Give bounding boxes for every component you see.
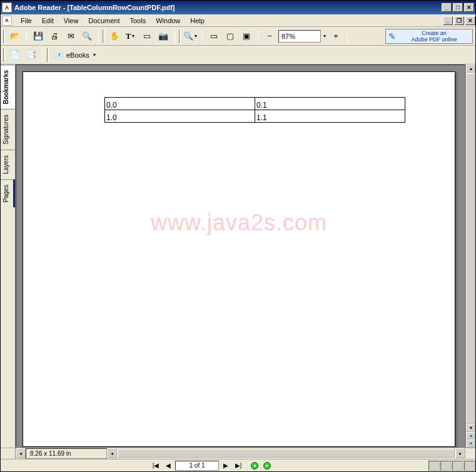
next-page-button[interactable]: ▶ xyxy=(220,461,231,471)
next-page-arrow[interactable]: ▾ xyxy=(466,439,475,448)
select-icon: ▭ xyxy=(143,31,151,41)
hscroll-left-button[interactable]: ◂ xyxy=(16,448,26,458)
scroll-up-button[interactable]: ▴ xyxy=(466,64,475,73)
tab-signatures[interactable]: Signatures xyxy=(1,109,15,150)
doc-close-button[interactable]: ✕ xyxy=(465,16,475,25)
menu-document[interactable]: Document xyxy=(83,16,124,26)
maximize-button[interactable]: □ xyxy=(453,3,463,12)
zoom-in-plus-button[interactable]: + xyxy=(328,29,343,44)
scroll-track[interactable] xyxy=(466,73,475,424)
doc-minimize-button[interactable]: _ xyxy=(443,16,453,25)
cell-0-1: 0.1 xyxy=(255,98,405,110)
menu-bar: A File Edit View Document Tools Window H… xyxy=(1,14,475,27)
prev-page-button[interactable]: ◀ xyxy=(163,461,174,471)
grip[interactable] xyxy=(3,29,5,43)
grip[interactable] xyxy=(47,48,49,62)
last-icon: ▶| xyxy=(235,462,242,469)
page-number-input[interactable] xyxy=(175,461,219,471)
prev-view-button[interactable]: ◂ xyxy=(249,461,260,471)
tab-bookmarks[interactable]: Bookmarks xyxy=(1,64,15,109)
next-view-button[interactable]: ▸ xyxy=(261,461,273,471)
doc-restore-button[interactable]: ❐ xyxy=(454,16,464,25)
tab-layers[interactable]: Layers xyxy=(1,150,15,179)
zoom-dropdown[interactable]: ▾ xyxy=(322,33,327,39)
page-dimensions: 8.26 x 11.69 in xyxy=(26,448,107,459)
scroll-thumb[interactable] xyxy=(466,73,475,424)
grip[interactable] xyxy=(3,48,5,62)
hscroll-right-button[interactable]: ▸ xyxy=(455,448,465,458)
grip[interactable] xyxy=(103,29,104,43)
cell-1-0: 1.0 xyxy=(105,110,255,123)
title-bar: A Adobe Reader - [TableColumnRowCountPDF… xyxy=(1,1,475,14)
hscroll-track[interactable] xyxy=(118,449,455,458)
menu-help[interactable]: Help xyxy=(185,16,210,26)
page2-icon: 📑 xyxy=(26,50,36,59)
fit-page-button[interactable]: ▭ xyxy=(206,29,221,44)
menu-window[interactable]: Window xyxy=(151,16,185,26)
minimize-button[interactable]: _ xyxy=(442,3,452,12)
binoculars-icon: 🔍 xyxy=(82,31,92,41)
continuous-view-button[interactable] xyxy=(440,461,452,471)
create-pdf-line2: Adobe PDF online xyxy=(398,36,470,43)
first-page-button[interactable]: |◀ xyxy=(150,461,161,471)
watermark: www.java2s.com xyxy=(151,210,327,236)
actual-size-button[interactable]: ▢ xyxy=(223,29,238,44)
email-button[interactable]: ✉ xyxy=(63,29,78,44)
main-area: Bookmarks Signatures Layers Pages 0.0 0.… xyxy=(1,64,475,448)
first-icon: |◀ xyxy=(153,462,160,469)
grip[interactable] xyxy=(179,29,181,43)
single-page-view-button[interactable] xyxy=(428,461,440,471)
select-tool-button[interactable]: ▭ xyxy=(139,29,154,44)
app-name: Adobe Reader xyxy=(14,4,61,11)
facing-view-button[interactable] xyxy=(452,461,463,471)
menu-tools[interactable]: Tools xyxy=(125,16,151,26)
hscroll-thumb[interactable] xyxy=(118,449,455,458)
ebooks-label: eBooks xyxy=(66,51,89,59)
tab-pages[interactable]: Pages xyxy=(1,179,15,207)
close-button[interactable]: ✕ xyxy=(464,3,474,12)
how-to-button[interactable]: 📄 xyxy=(8,48,23,63)
window-title: Adobe Reader - [TableColumnRowCountPDF.p… xyxy=(14,4,440,11)
zoom-input[interactable]: 87% xyxy=(278,30,321,43)
page-icon: 📄 xyxy=(10,50,20,59)
continuous-facing-view-button[interactable] xyxy=(464,461,475,471)
zoom-in-button[interactable]: 🔍▾ xyxy=(183,29,198,44)
back-icon: ◂ xyxy=(251,462,258,469)
menu-file[interactable]: File xyxy=(16,16,37,26)
create-pdf-online-button[interactable]: ✎ Create an Adobe PDF online xyxy=(385,29,473,44)
hand-tool-button[interactable]: ✋ xyxy=(107,29,122,44)
ebooks-button[interactable]: 📧 eBooks ▾ xyxy=(51,48,101,63)
print-button[interactable]: 🖨 xyxy=(47,29,62,44)
hscroll-left2-button[interactable]: ◂ xyxy=(107,448,117,458)
chevron-down-icon: ▾ xyxy=(131,33,136,39)
fit-width-button[interactable]: ▣ xyxy=(239,29,254,44)
save-button[interactable]: 💾 xyxy=(31,29,46,44)
minus-icon: − xyxy=(267,31,272,41)
plus-icon: + xyxy=(333,31,338,41)
cell-0-0: 0.0 xyxy=(105,98,255,110)
search-button[interactable]: 🔍 xyxy=(79,29,94,44)
toolbar-secondary: 📄 📑 📧 eBooks ▾ xyxy=(1,46,475,64)
pdf-page: 0.0 0.1 1.0 1.1 www.java2s.com xyxy=(23,71,455,447)
app-icon: A xyxy=(2,3,12,13)
doc-icon[interactable]: A xyxy=(2,16,12,26)
snapshot-tool-button[interactable]: 📷 xyxy=(156,29,171,44)
zoom-out-button[interactable]: − xyxy=(262,29,277,44)
doc-name: [TableColumnRowCountPDF.pdf] xyxy=(67,4,175,11)
menu-edit[interactable]: Edit xyxy=(37,16,59,26)
ebooks-icon: 📧 xyxy=(55,51,64,59)
content-table: 0.0 0.1 1.0 1.1 xyxy=(104,97,405,123)
open-button[interactable]: 📂 xyxy=(8,29,23,44)
mail-icon: ✉ xyxy=(68,31,74,41)
doc-scroll-area[interactable]: 0.0 0.1 1.0 1.1 www.java2s.com xyxy=(16,64,465,448)
nav-pane: Bookmarks Signatures Layers Pages xyxy=(1,64,16,448)
review-button[interactable]: 📑 xyxy=(24,48,39,63)
scroll-down-button[interactable]: ▾ xyxy=(466,424,475,432)
doc-viewport: 0.0 0.1 1.0 1.1 www.java2s.com ▴ ▾ ▴ ▾ xyxy=(16,64,475,448)
next-icon: ▶ xyxy=(223,462,228,469)
menu-view[interactable]: View xyxy=(59,16,84,26)
prev-page-arrow[interactable]: ▴ xyxy=(466,432,475,440)
text-select-button[interactable]: T▾ xyxy=(123,29,138,44)
last-page-button[interactable]: ▶| xyxy=(233,461,244,471)
vertical-scrollbar[interactable]: ▴ ▾ ▴ ▾ xyxy=(465,64,475,448)
